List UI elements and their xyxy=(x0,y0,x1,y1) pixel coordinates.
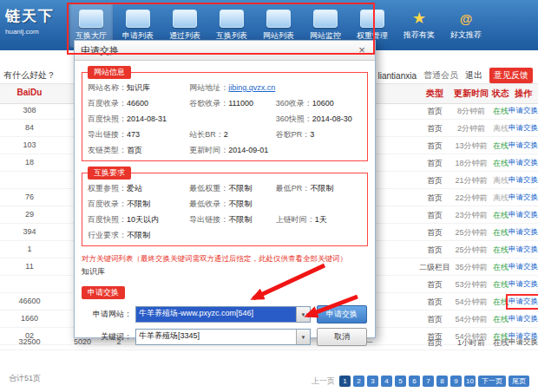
page-button-2[interactable]: 2 xyxy=(353,376,364,387)
benefits-link[interactable]: 有什么好处？ xyxy=(3,69,56,82)
apply-exchange-link[interactable]: 申请交换 xyxy=(508,158,538,168)
prev-page-link[interactable]: 上一页 xyxy=(312,376,335,387)
cell-status: 在线 xyxy=(491,106,510,117)
dialog-titlebar[interactable]: 申请交换 × xyxy=(75,41,375,61)
field-value: 首页 xyxy=(127,146,142,154)
cell-type: 首页 xyxy=(418,337,451,349)
apply-exchange-link[interactable]: 申请交换 xyxy=(508,140,538,151)
last-page-button[interactable]: 尾页 xyxy=(508,376,529,387)
apply-exchange-link[interactable]: 申请交换 xyxy=(508,245,538,255)
user-info: liantianxia 普通会员 退出 意见反馈 xyxy=(359,68,533,83)
cell-updated: 23分钟前 xyxy=(451,210,491,221)
keywords-value: 知识库 xyxy=(82,266,368,278)
cell-updated: 54分钟前 xyxy=(451,314,491,325)
page-button-10[interactable]: 10 xyxy=(464,376,476,387)
field-label: 百度快照： xyxy=(88,114,127,123)
apply-exchange-link[interactable]: 申请交换 xyxy=(508,106,538,116)
field-value[interactable]: jibing.qvzx.cn xyxy=(228,83,275,92)
apply-exchange-link[interactable]: 申请交换 xyxy=(508,123,538,134)
field: 更新时间：2014-09-01 xyxy=(189,145,275,156)
field: 上链时间：1天 xyxy=(276,214,362,225)
cell-updated: 25分钟前 xyxy=(451,227,491,238)
field-label: 更新时间： xyxy=(189,146,228,154)
cell-status: 在线 xyxy=(491,279,510,291)
field-value: 473 xyxy=(127,130,140,139)
at-icon: @ xyxy=(455,10,477,27)
cell-type: 二级栏目 xyxy=(418,262,451,273)
cell-updated: 1小时前 xyxy=(451,337,491,349)
cell-updated: 18分钟前 xyxy=(451,158,491,169)
page-button-6[interactable]: 6 xyxy=(409,376,420,387)
cell-status: 离线 xyxy=(491,193,510,204)
field: 权重参照：爱站 xyxy=(88,183,189,194)
apply-section-label: 申请交换 xyxy=(82,286,125,299)
apply-exchange-link[interactable]: 申请交换 xyxy=(508,279,538,290)
monitor-icon xyxy=(173,10,197,28)
requirements-grid: 权重参照：爱站最低权重：不限制最低PR：不限制百度收录：不限制最低收录：不限制百… xyxy=(88,183,362,241)
pagination-total: 合计51页 xyxy=(9,373,41,384)
dropdown-arrow-icon[interactable] xyxy=(296,330,310,344)
field: 导出链接：不限制 xyxy=(189,214,275,225)
apply-exchange-link[interactable]: 申请交换 xyxy=(508,262,538,272)
field-label: 网站地址： xyxy=(189,83,228,92)
apply-keyword-select[interactable]: 牛羊养殖场[3345] xyxy=(135,329,311,345)
apply-exchange-link[interactable]: 申请交换 xyxy=(508,210,538,220)
site-logo[interactable]: 链天下 huanlj.com xyxy=(5,6,55,36)
cell-baidu-count: 394 xyxy=(9,227,50,236)
field-label: 网站名称： xyxy=(88,83,127,92)
apply-keyword-row: 关键词： 牛羊养殖场[3345] 取消 xyxy=(82,328,368,346)
cancel-button[interactable]: 取消 xyxy=(317,328,367,346)
field: 网站名称：知识库 xyxy=(88,82,189,94)
requirements-label: 互换要求 xyxy=(88,167,131,180)
submit-apply-button[interactable]: 申请交换 xyxy=(317,305,367,323)
field-value: 不限制 xyxy=(310,184,333,193)
next-page-button[interactable]: 下一页 xyxy=(478,376,506,387)
apply-exchange-link[interactable]: 申请交换 xyxy=(508,314,538,324)
page-button-4[interactable]: 4 xyxy=(381,376,392,387)
cell-status: 在线 xyxy=(491,210,510,221)
feedback-button[interactable]: 意见反馈 xyxy=(489,68,533,83)
page-button-1[interactable]: 1 xyxy=(339,376,351,387)
dropdown-arrow-icon[interactable] xyxy=(296,307,310,322)
close-icon[interactable]: × xyxy=(355,43,369,57)
page-button-5[interactable]: 5 xyxy=(395,376,406,387)
cell-baidu-count: 84 xyxy=(9,123,50,132)
field-value: 爱站 xyxy=(127,184,142,193)
cell-baidu-count: 1 xyxy=(9,245,50,253)
apply-exchange-link[interactable]: 申请交换 xyxy=(508,297,538,307)
cell-type: 首页 xyxy=(418,193,451,204)
field-label: 最低收录： xyxy=(189,199,228,208)
field-value: 10天以内 xyxy=(127,215,159,224)
field: 360收录：10600 xyxy=(276,98,362,109)
apply-site-selected-value: 牛羊养殖场-www.pxyzc.com[546] xyxy=(136,307,296,322)
cell-type: 首页 xyxy=(418,245,451,256)
cell-updated: 13分钟前 xyxy=(451,140,491,152)
cell-type: 首页 xyxy=(418,227,451,238)
field xyxy=(276,230,362,241)
page-button-8[interactable]: 8 xyxy=(436,376,448,387)
apply-exchange-link[interactable]: 申请交换 xyxy=(508,193,538,203)
field-label: 友链类型： xyxy=(88,146,127,154)
apply-site-select[interactable]: 牛羊养殖场-www.pxyzc.com[546] xyxy=(135,306,311,323)
apply-exchange-link[interactable]: 申请交换 xyxy=(508,175,538,186)
header-type: 类型 xyxy=(418,88,451,100)
apply-site-label: 申请网站： xyxy=(82,309,132,320)
cell-status: 在线 xyxy=(491,262,510,273)
logo-title: 链天下 xyxy=(5,6,55,26)
field-value: 不限制 xyxy=(228,199,252,208)
field-label: 谷歌PR： xyxy=(276,130,311,139)
page-button-7[interactable]: 7 xyxy=(423,376,434,387)
header-baidu: BaiDu xyxy=(9,88,50,97)
apply-exchange-link[interactable]: 申请交换 xyxy=(508,337,538,348)
field xyxy=(189,114,275,125)
page-button-3[interactable]: 3 xyxy=(367,376,378,387)
nav-item-好文推荐[interactable]: @好文推荐 xyxy=(444,3,488,48)
nav-item-推荐有奖[interactable]: ★推荐有奖 xyxy=(397,3,441,48)
page-button-9[interactable]: 9 xyxy=(450,376,462,387)
cell-type: 首页 xyxy=(418,297,451,308)
field-value: 2014-08-31 xyxy=(127,114,167,123)
logout-link[interactable]: 退出 xyxy=(465,69,482,82)
cell-baidu-count: 1660 xyxy=(9,314,50,323)
field xyxy=(276,145,362,156)
apply-exchange-link[interactable]: 申请交换 xyxy=(508,227,538,238)
